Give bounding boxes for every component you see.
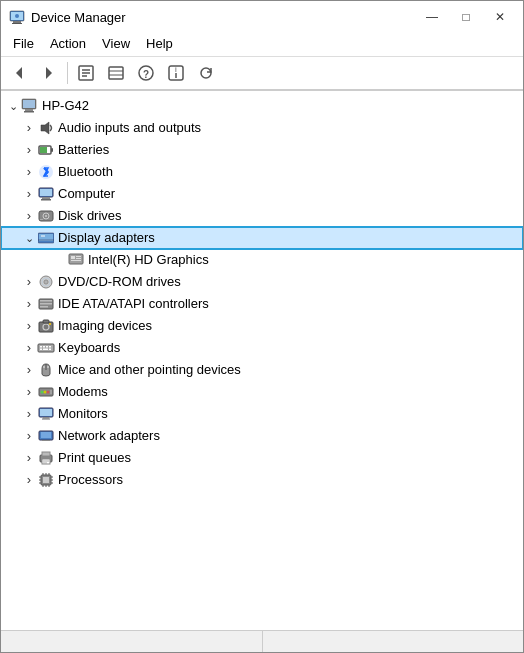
properties-button[interactable]: [72, 60, 100, 86]
info-button[interactable]: i: [162, 60, 190, 86]
status-bar: [1, 630, 523, 652]
refresh-button[interactable]: [192, 60, 220, 86]
mice-expander[interactable]: [21, 362, 37, 378]
svg-point-67: [43, 366, 45, 368]
svg-rect-56: [43, 320, 49, 323]
modems-expander[interactable]: [21, 384, 37, 400]
network-label: Network adapters: [58, 426, 160, 446]
maximize-button[interactable]: □: [451, 7, 481, 27]
svg-rect-36: [40, 219, 43, 220]
minimize-button[interactable]: —: [417, 7, 447, 27]
tree-item-dvd[interactable]: DVD/CD-ROM drives: [1, 271, 523, 293]
print-expander[interactable]: [21, 450, 37, 466]
status-pane-right: [263, 631, 524, 652]
dvd-expander[interactable]: [21, 274, 37, 290]
svg-rect-76: [43, 417, 49, 419]
mice-label: Mice and other pointing devices: [58, 360, 241, 380]
batteries-expander[interactable]: [21, 142, 37, 158]
svg-text:i: i: [175, 65, 177, 74]
tree-root[interactable]: HP-G42: [1, 95, 523, 117]
svg-point-35: [45, 215, 47, 217]
monitors-expander[interactable]: [21, 406, 37, 422]
keyboards-expander[interactable]: [21, 340, 37, 356]
svg-text:?: ?: [143, 69, 149, 80]
imaging-expander[interactable]: [21, 318, 37, 334]
keyboard-icon: [37, 339, 55, 357]
svg-rect-39: [41, 235, 45, 237]
computer-expander[interactable]: [21, 186, 37, 202]
forward-button[interactable]: [35, 60, 63, 86]
menu-action[interactable]: Action: [42, 33, 94, 54]
svg-rect-59: [40, 346, 42, 348]
svg-point-57: [49, 323, 51, 325]
menu-view[interactable]: View: [94, 33, 138, 54]
svg-rect-30: [40, 189, 52, 196]
tree-item-disk[interactable]: Disk drives: [1, 205, 523, 227]
ide-icon: [37, 295, 55, 313]
tree-item-keyboards[interactable]: Keyboards: [1, 337, 523, 359]
svg-marker-24: [41, 122, 49, 134]
menu-bar: File Action View Help: [1, 31, 523, 57]
svg-rect-21: [23, 100, 35, 108]
display-expander[interactable]: [21, 230, 37, 246]
disk-expander[interactable]: [21, 208, 37, 224]
status-pane-left: [1, 631, 263, 652]
tree-item-display[interactable]: Display adapters: [1, 227, 523, 249]
svg-rect-31: [42, 197, 50, 199]
svg-rect-26: [51, 148, 53, 152]
close-button[interactable]: ✕: [485, 7, 515, 27]
tree-item-print[interactable]: Print queues: [1, 447, 523, 469]
help-button[interactable]: ?: [132, 60, 160, 86]
tree-item-monitors[interactable]: Monitors: [1, 403, 523, 425]
audio-expander[interactable]: [21, 120, 37, 136]
svg-marker-6: [46, 67, 52, 79]
root-label: HP-G42: [42, 96, 89, 116]
svg-rect-42: [71, 256, 75, 259]
svg-point-70: [41, 391, 44, 394]
back-button[interactable]: [5, 60, 33, 86]
network-expander[interactable]: [21, 428, 37, 444]
menu-help[interactable]: Help: [138, 33, 181, 54]
device-manager-window: Device Manager — □ ✕ File Action View He…: [0, 0, 524, 653]
svg-point-4: [15, 14, 19, 18]
computer-icon: [21, 97, 39, 115]
tree-item-mice[interactable]: Mice and other pointing devices: [1, 359, 523, 381]
tree-item-bluetooth[interactable]: Bluetooth: [1, 161, 523, 183]
svg-rect-65: [49, 349, 51, 351]
batteries-label: Batteries: [58, 140, 109, 160]
menu-file[interactable]: File: [5, 33, 42, 54]
network-icon: [37, 427, 55, 445]
ide-expander[interactable]: [21, 296, 37, 312]
svg-rect-44: [76, 258, 81, 259]
title-bar: Device Manager — □ ✕: [1, 1, 523, 31]
tree-item-imaging[interactable]: Imaging devices: [1, 315, 523, 337]
svg-rect-64: [43, 349, 48, 351]
tree-item-modems[interactable]: Modems: [1, 381, 523, 403]
svg-rect-62: [49, 346, 51, 348]
dvd-icon: [37, 273, 55, 291]
svg-point-72: [47, 391, 50, 394]
bluetooth-expander[interactable]: [21, 164, 37, 180]
svg-rect-43: [76, 256, 81, 257]
window-title: Device Manager: [31, 10, 417, 25]
tree-item-processors[interactable]: Processors: [1, 469, 523, 491]
root-expander[interactable]: [5, 98, 21, 114]
tree-item-batteries[interactable]: Batteries: [1, 139, 523, 161]
intel-label: Intel(R) HD Graphics: [88, 250, 209, 270]
svg-point-71: [44, 391, 47, 394]
list-button[interactable]: [102, 60, 130, 86]
tree-item-computer[interactable]: Computer: [1, 183, 523, 205]
tree-item-network[interactable]: Network adapters: [1, 425, 523, 447]
display-adapter-icon: [37, 229, 55, 247]
tree-item-ide[interactable]: IDE ATA/ATAPI controllers: [1, 293, 523, 315]
svg-marker-5: [16, 67, 22, 79]
tree-item-audio[interactable]: Audio inputs and outputs: [1, 117, 523, 139]
svg-rect-2: [12, 23, 22, 24]
tree-item-intel-graphics[interactable]: Intel(R) HD Graphics: [1, 249, 523, 271]
window-controls: — □ ✕: [417, 7, 515, 27]
disk-icon: [37, 207, 55, 225]
device-tree[interactable]: HP-G42 Audio inputs and outputs: [1, 91, 523, 630]
svg-point-48: [45, 281, 47, 283]
svg-rect-82: [42, 440, 50, 441]
processors-expander[interactable]: [21, 472, 37, 488]
